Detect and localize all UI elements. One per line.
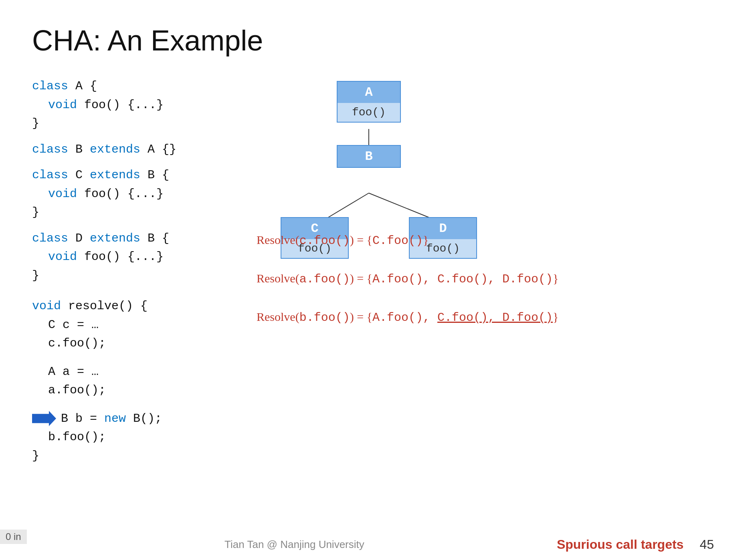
a-resolve-row: Resolve(a.foo()) = {A.foo(), C.foo(), D.… [257, 272, 558, 286]
arrow-icon [32, 411, 56, 426]
class-d-line1: class D extends B { [32, 229, 232, 248]
c-resolve-row: Resolve(c.foo()) = {C.foo()} [257, 233, 558, 248]
spurious-label: Spurious call targets [557, 537, 684, 552]
box-b-name: B [338, 146, 400, 167]
class-a-line1: class A { [32, 77, 232, 96]
resolve-block: void resolve() { C c = … c.foo(); A a = … [32, 297, 232, 465]
class-hierarchy-diagram: A foo() B C foo() D foo() [257, 77, 481, 249]
slide-number: 45 [700, 537, 714, 552]
b-call: b.foo(); [48, 428, 232, 447]
c-resolve-formula: Resolve(c.foo()) = {C.foo()} [257, 233, 558, 248]
class-a-block: class A { void foo() {...} } [32, 77, 232, 133]
box-a: A foo() [337, 81, 401, 123]
class-a-close: } [32, 114, 232, 133]
class-c-block: class C extends B { void foo() {...} } [32, 166, 232, 222]
box-a-method: foo() [338, 103, 400, 122]
resolve-header: void resolve() { [32, 297, 232, 316]
c-decl: C c = … [48, 316, 232, 334]
b-resolve-row: Resolve(b.foo()) = {A.foo(), C.foo(), D.… [257, 310, 558, 324]
class-d-close: } [32, 266, 232, 285]
b-resolve-formula: Resolve(b.foo()) = {A.foo(), C.foo(), D.… [257, 310, 558, 324]
c-call: c.foo(); [48, 334, 232, 353]
corner-label: 0 in [0, 530, 27, 544]
class-b-line1: class B extends A {} [32, 140, 232, 159]
code-section: class A { void foo() {...} } class B ext… [32, 77, 232, 472]
class-c-line1: class C extends B { [32, 166, 232, 185]
a-call: a.foo(); [48, 381, 232, 400]
right-section: A foo() B C foo() D foo() [257, 77, 714, 472]
box-b: B [337, 145, 401, 168]
slide: CHA: An Example class A { void foo() {..… [0, 0, 746, 560]
bottom-bar: 0 in Tian Tan @ Nanjing University Spuri… [0, 537, 746, 552]
b-decl-row: B b = new B(); [32, 409, 232, 428]
class-d-method: void foo() {...} [48, 248, 232, 266]
class-a-method: void foo() {...} [48, 96, 232, 115]
a-decl: A a = … [48, 363, 232, 381]
resolve-formulas: Resolve(c.foo()) = {C.foo()} Resolve(a.f… [257, 233, 558, 324]
a-resolve-formula: Resolve(a.foo()) = {A.foo(), C.foo(), D.… [257, 272, 558, 286]
class-d-block: class D extends B { void foo() {...} } [32, 229, 232, 285]
attribution: Tian Tan @ Nanjing University [224, 538, 364, 550]
box-a-name: A [338, 82, 400, 103]
b-decl: B b = new B(); [61, 409, 162, 428]
slide-title: CHA: An Example [32, 24, 714, 57]
class-c-close: } [32, 203, 232, 222]
class-c-method: void foo() {...} [48, 185, 232, 203]
class-b-block: class B extends A {} [32, 140, 232, 159]
resolve-close: } [32, 447, 232, 465]
